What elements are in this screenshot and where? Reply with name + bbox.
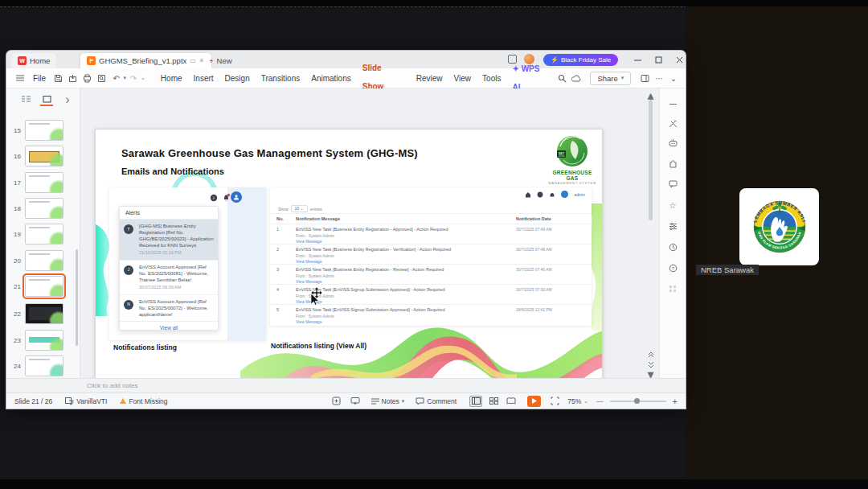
menu-transitions[interactable]: Transitions [256, 69, 306, 88]
panel-scrollbar[interactable] [76, 249, 78, 346]
task-pane-icon[interactable] [637, 71, 652, 85]
settings-sliders-icon[interactable] [667, 220, 678, 232]
table-row[interactable]: 2 EnVISS New Task [Business Entity Regis… [270, 244, 592, 266]
ghg-logo-subname: MANAGEMENT SYSTEM [546, 181, 599, 185]
present-display-icon[interactable] [350, 397, 360, 405]
menu-insert[interactable]: Insert [188, 69, 219, 88]
show-count-select[interactable]: 10 ⌄ [291, 205, 308, 212]
menu-animations[interactable]: Animations [305, 69, 356, 88]
slideshow-play-button[interactable] [527, 396, 541, 407]
ai-assistant-icon[interactable] [667, 137, 678, 148]
outline-view-icon[interactable] [19, 93, 32, 106]
normal-view-button[interactable] [469, 396, 482, 407]
zoom-level[interactable]: 75% [567, 397, 581, 405]
alert-text: EnVISS Account Approved [Ref No. ES/2025… [139, 298, 214, 318]
participant-video-tile[interactable]: LEMBAGA SUMBER ASLI DAN ALAM SEKITAR SAR… [739, 188, 819, 265]
favorites-icon[interactable]: ☆ [667, 199, 678, 211]
help-icon[interactable]: ? [667, 262, 678, 273]
search-icon[interactable] [555, 71, 570, 85]
zoom-out-button[interactable]: — [596, 397, 604, 405]
alerts-view-all-link[interactable]: View all [120, 322, 218, 334]
more-options-icon[interactable]: ⋯ [652, 71, 666, 85]
table-row[interactable]: 1 EnVISS New Task [Business Entity Regis… [270, 224, 592, 246]
undo-icon[interactable]: ↶ [109, 71, 124, 85]
slide-thumbnail[interactable]: 16 [6, 145, 80, 167]
symbol-panel-icon[interactable] [332, 397, 341, 405]
print-preview-icon[interactable] [95, 71, 109, 85]
cloud-sync-icon[interactable] [569, 71, 583, 85]
slide-thumbnail[interactable]: 20 [6, 249, 80, 272]
minimize-button[interactable] [630, 52, 645, 67]
collapse-rail-icon[interactable] [667, 98, 678, 109]
slide-thumbnail[interactable]: 19 [6, 223, 80, 245]
file-menu[interactable]: File [27, 69, 51, 88]
slides-view-icon[interactable] [40, 93, 53, 106]
slide-sorter-button[interactable] [487, 396, 500, 407]
reading-view-button[interactable] [505, 396, 518, 407]
tab-home[interactable]: W Home [11, 53, 56, 68]
view-message-link[interactable]: View Message [296, 319, 516, 324]
user-avatar-icon [231, 191, 242, 203]
slide-subtitle[interactable]: Emails and Notifications [121, 166, 224, 176]
alert-time: 30/07/2025 09:09 AM [139, 285, 214, 290]
scrollbar-thumb[interactable] [649, 100, 653, 220]
close-button[interactable] [672, 52, 686, 67]
alert-avatar: T [124, 224, 133, 234]
comments-pane-icon[interactable] [667, 179, 678, 190]
apps-grid-icon[interactable] [667, 283, 678, 294]
previous-slide-icon[interactable] [646, 351, 655, 359]
collapse-panel-icon[interactable]: › [61, 93, 74, 106]
plugins-icon[interactable] [667, 158, 678, 169]
right-caption[interactable]: Notifications listing (View All) [271, 342, 366, 350]
table-row[interactable]: 3 EnVISS New Task [Business Entity Regis… [270, 264, 592, 286]
scroll-up-icon[interactable]: ▴ [646, 91, 655, 99]
hamburger-icon[interactable] [13, 71, 27, 85]
new-tab-button[interactable]: + New [204, 53, 237, 68]
alert-item[interactable]: J EnVISS Account Approved [Ref No. ES/20… [120, 261, 218, 295]
notes-toggle[interactable]: Notes▾ [371, 397, 405, 405]
share-button[interactable]: Share ▾ [590, 72, 631, 85]
quick-tools-icon[interactable] [667, 117, 678, 129]
theme-indicator[interactable]: VanillaVTI [65, 397, 107, 405]
print-icon[interactable] [80, 71, 95, 85]
slide-title[interactable]: Sarawak Greenhouse Gas Management System… [121, 147, 418, 159]
collapse-ribbon-icon[interactable]: ⌄ [666, 71, 681, 85]
save-icon[interactable] [51, 71, 66, 85]
export-icon[interactable] [66, 71, 80, 85]
menu-tools[interactable]: Tools [477, 69, 506, 88]
screen: W Home P GHGMS_Briefing_v1.pptx ▭ ✳ + Ne… [0, 0, 868, 489]
menu-home[interactable]: Home [155, 69, 188, 88]
fit-screen-icon[interactable] [551, 397, 559, 405]
tab-document[interactable]: P GHGMS_Briefing_v1.pptx ▭ ✳ [80, 53, 211, 68]
wps-presentation-window: W Home P GHGMS_Briefing_v1.pptx ▭ ✳ + Ne… [6, 51, 686, 409]
zoom-slider[interactable] [610, 401, 666, 402]
table-row[interactable]: 5 EnVISS New Task [EnVISS Signup Submiss… [270, 304, 592, 327]
slide-thumbnail[interactable]: 18 [6, 197, 80, 220]
portal-header-icons: admin [525, 191, 585, 198]
comment-button[interactable]: Comment [416, 397, 457, 405]
slide-thumbnail[interactable]: 17 [6, 171, 80, 194]
slide-thumbnail[interactable]: 24 [6, 355, 80, 377]
slide-thumbnail[interactable]: 15 [6, 119, 80, 142]
font-missing-warning[interactable]: Font Missing [120, 397, 167, 405]
menu-design[interactable]: Design [219, 69, 256, 88]
menu-view[interactable]: View [448, 69, 477, 88]
slide-thumbnail[interactable]: 22 [6, 302, 80, 325]
zoom-in-button[interactable]: + [673, 397, 678, 406]
more-history-icon[interactable]: ⌄ [141, 75, 145, 81]
alert-item[interactable]: T [GHG-MS] Business Entity Registration … [120, 220, 218, 261]
slide-thumbnail[interactable]: 23 [6, 329, 80, 351]
maximize-button[interactable] [651, 52, 665, 67]
notes-bar[interactable]: Click to add notes [6, 378, 686, 392]
slide-thumbnail-selected[interactable]: 21 [6, 275, 80, 298]
history-icon[interactable] [667, 241, 678, 253]
redo-icon[interactable]: ↷ [126, 71, 141, 85]
next-slide-icon[interactable]: ▾ [646, 370, 655, 378]
zoom-caret-icon[interactable]: ⌄ [583, 398, 588, 405]
zoom-slider-knob[interactable] [634, 398, 640, 404]
alert-text: [GHG-MS] Business Entity Registration [R… [139, 223, 214, 249]
left-caption[interactable]: Notifications listing [113, 343, 177, 351]
alert-item[interactable]: N EnVISS Account Approved [Ref No. ES/20… [120, 295, 218, 322]
menu-review[interactable]: Review [411, 69, 448, 88]
slide-canvas[interactable]: Sarawak Greenhouse Gas Management System… [95, 129, 603, 378]
